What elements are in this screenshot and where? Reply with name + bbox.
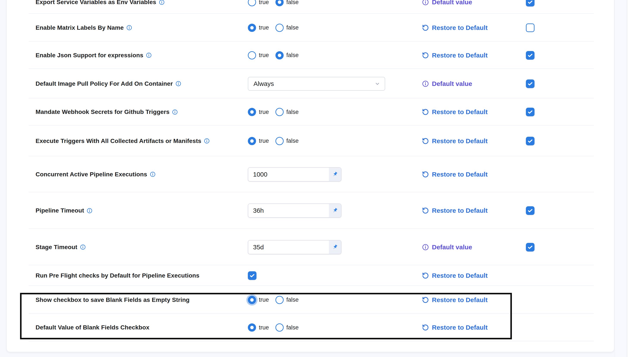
restore-icon — [422, 138, 429, 144]
radio-group: true false — [248, 125, 299, 156]
info-icon — [422, 0, 429, 5]
info-icon[interactable] — [159, 0, 165, 5]
restore-icon — [422, 207, 429, 214]
setting-row: Pipeline Timeout Restore to Default — [0, 192, 644, 229]
scope-checkbox[interactable] — [526, 79, 534, 88]
value-input[interactable] — [248, 241, 329, 254]
restore-icon — [422, 272, 429, 279]
checkmark-icon — [527, 81, 533, 87]
setting-row: Run Pre Flight checks by Default for Pip… — [0, 265, 644, 286]
setting-label-text: Export Service Variables as Env Variable… — [36, 0, 156, 5]
restore-to-default-button[interactable]: Restore to Default — [422, 272, 488, 279]
default-value-indicator[interactable]: Default value — [422, 0, 472, 6]
setting-label-text: Default Image Pull Policy For Add On Con… — [36, 80, 173, 87]
setting-label: Pipeline Timeout — [36, 192, 92, 229]
radio-true-label[interactable]: true — [259, 0, 269, 5]
radio-false[interactable] — [276, 51, 284, 59]
value-input[interactable] — [248, 204, 329, 217]
radio-true-label[interactable]: true — [259, 109, 269, 115]
radio-true-label[interactable]: true — [259, 52, 269, 58]
info-icon[interactable] — [87, 208, 92, 214]
restore-label: Restore to Default — [432, 171, 488, 178]
restore-label: Restore to Default — [432, 207, 488, 214]
default-value-label: Default value — [432, 80, 472, 87]
checkmark-icon — [249, 273, 255, 279]
setting-label-text: Stage Timeout — [36, 244, 77, 251]
value-input[interactable] — [248, 168, 329, 181]
setting-input-group — [248, 203, 342, 218]
scope-checkbox[interactable] — [526, 206, 534, 215]
chevron-down-icon — [374, 81, 380, 87]
scope-checkbox[interactable] — [526, 108, 534, 116]
info-icon[interactable] — [204, 138, 210, 144]
radio-group: true false — [248, 41, 299, 69]
checkmark-icon — [527, 244, 533, 250]
restore-to-default-button[interactable]: Restore to Default — [422, 108, 488, 116]
radio-false[interactable] — [276, 108, 284, 116]
restore-to-default-button[interactable]: Restore to Default — [422, 171, 488, 178]
restore-icon — [422, 24, 429, 31]
radio-false-label[interactable]: false — [286, 24, 299, 31]
radio-true[interactable] — [248, 108, 256, 116]
scope-checkbox[interactable] — [526, 243, 534, 252]
radio-false-label[interactable]: false — [286, 138, 299, 144]
setting-label: Enable Json Support for expressions — [36, 41, 152, 69]
radio-true[interactable] — [248, 51, 256, 59]
restore-to-default-button[interactable]: Restore to Default — [422, 207, 488, 214]
restore-to-default-button[interactable]: Restore to Default — [422, 52, 488, 59]
default-value-label: Default value — [432, 0, 472, 6]
highlight-annotation-box — [20, 293, 512, 339]
pin-button[interactable] — [329, 168, 341, 181]
radio-true[interactable] — [248, 137, 256, 145]
radio-false-label[interactable]: false — [286, 0, 299, 5]
radio-true[interactable] — [248, 0, 256, 6]
scope-checkbox[interactable] — [526, 51, 534, 60]
default-value-indicator[interactable]: Default value — [422, 244, 472, 251]
setting-label: Run Pre Flight checks by Default for Pip… — [36, 265, 199, 286]
select-value: Always — [254, 80, 274, 87]
info-icon[interactable] — [146, 52, 152, 58]
info-icon[interactable] — [172, 109, 178, 115]
setting-row: Enable Json Support for expressions true… — [0, 41, 644, 69]
restore-to-default-button[interactable]: Restore to Default — [422, 24, 488, 31]
radio-true[interactable] — [248, 24, 256, 32]
scope-checkbox[interactable] — [526, 0, 534, 6]
info-icon[interactable] — [80, 244, 86, 250]
checkmark-icon — [527, 138, 533, 144]
restore-icon — [422, 171, 429, 178]
setting-label-text: Enable Matrix Labels By Name — [36, 24, 124, 31]
radio-false[interactable] — [276, 0, 284, 6]
setting-row: Export Service Variables as Env Variable… — [0, 0, 644, 14]
preflight-checkbox[interactable] — [248, 271, 256, 280]
restore-icon — [422, 108, 429, 115]
pin-button[interactable] — [329, 241, 341, 254]
radio-false-label[interactable]: false — [286, 109, 299, 115]
checkmark-icon — [527, 109, 533, 115]
restore-label: Restore to Default — [432, 52, 488, 59]
setting-label: Export Service Variables as Env Variable… — [36, 0, 165, 14]
restore-label: Restore to Default — [432, 24, 488, 31]
info-icon[interactable] — [150, 171, 156, 177]
info-icon[interactable] — [176, 81, 181, 86]
checkmark-icon — [527, 52, 533, 58]
scope-checkbox[interactable] — [526, 137, 534, 145]
radio-true-label[interactable]: true — [259, 24, 269, 31]
info-icon — [422, 80, 429, 87]
setting-row: Enable Matrix Labels By Name true false … — [0, 14, 644, 41]
setting-label: Concurrent Active Pipeline Executions — [36, 156, 156, 192]
setting-row: Mandate Webhook Secrets for Github Trigg… — [0, 98, 644, 125]
pin-button[interactable] — [329, 204, 341, 217]
setting-input-group — [248, 240, 342, 254]
restore-to-default-button[interactable]: Restore to Default — [422, 137, 488, 145]
info-icon[interactable] — [126, 25, 132, 30]
radio-false-label[interactable]: false — [286, 52, 299, 58]
radio-group: true false — [248, 0, 299, 14]
image-pull-policy-select[interactable]: Always — [248, 77, 385, 91]
setting-label-text: Enable Json Support for expressions — [36, 52, 143, 59]
radio-false[interactable] — [276, 24, 284, 32]
setting-label: Mandate Webhook Secrets for Github Trigg… — [36, 98, 178, 125]
radio-false[interactable] — [276, 137, 284, 145]
radio-true-label[interactable]: true — [259, 138, 269, 144]
default-value-indicator[interactable]: Default value — [422, 80, 472, 87]
scope-checkbox[interactable] — [526, 23, 534, 32]
